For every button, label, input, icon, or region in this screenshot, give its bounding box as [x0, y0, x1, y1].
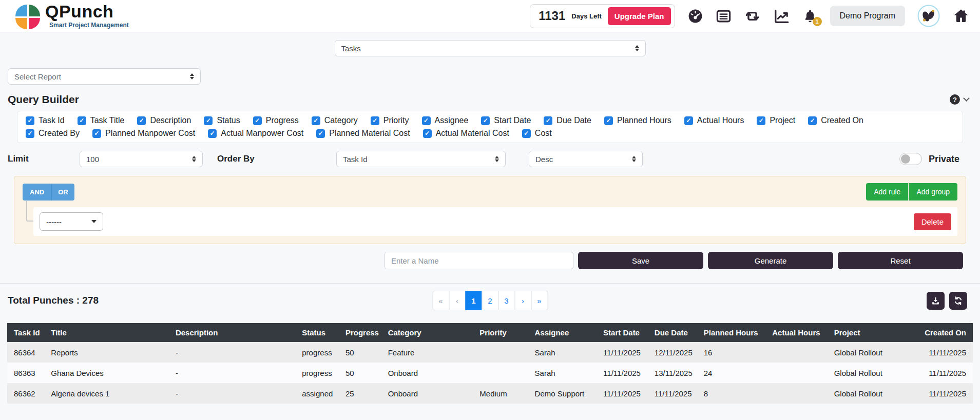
field-checkbox-start-date[interactable]: ✓Start Date	[481, 116, 531, 125]
repeat-icon[interactable]	[744, 8, 761, 25]
field-checkbox-label: Actual Manpower Cost	[221, 129, 303, 138]
logo-quadrant-icon	[15, 5, 40, 29]
checkbox-checked-icon[interactable]: ✓	[684, 116, 693, 125]
cell-created-on: 11/11/2025	[910, 342, 973, 363]
checkbox-checked-icon[interactable]: ✓	[92, 129, 101, 138]
field-checkbox-project[interactable]: ✓Project	[757, 116, 795, 125]
private-toggle[interactable]	[899, 153, 922, 165]
cell-created-on: 11/11/2025	[910, 383, 973, 404]
limit-select[interactable]: 100	[80, 151, 203, 167]
cell-assignee: Demo Support	[530, 383, 599, 404]
cell-status: progress	[297, 363, 340, 383]
field-checkbox-created-by[interactable]: ✓Created By	[26, 129, 80, 138]
download-icon[interactable]	[927, 292, 945, 310]
field-checkbox-planned-material-cost[interactable]: ✓Planned Material Cost	[316, 129, 410, 138]
field-checkbox-assignee[interactable]: ✓Assignee	[422, 116, 469, 125]
checkbox-checked-icon[interactable]: ✓	[481, 116, 490, 125]
refresh-icon[interactable]	[949, 292, 967, 310]
trend-chart-icon[interactable]	[773, 8, 790, 25]
gauge-icon[interactable]	[687, 8, 703, 24]
field-checkbox-planned-manpower-cost[interactable]: ✓Planned Manpower Cost	[92, 129, 195, 138]
select-caret-icon	[190, 73, 194, 79]
field-checkbox-actual-manpower-cost[interactable]: ✓Actual Manpower Cost	[208, 129, 303, 138]
checkbox-checked-icon[interactable]: ✓	[522, 129, 531, 138]
add-rule-button[interactable]: Add rule	[866, 183, 908, 201]
pagination-item-nav-0[interactable]: «	[432, 291, 449, 310]
order-by-field-select[interactable]: Task Id	[336, 151, 506, 167]
or-button[interactable]: OR	[52, 184, 74, 201]
field-checkbox-created-on[interactable]: ✓Created On	[808, 116, 863, 125]
report-select[interactable]: Select Report	[8, 68, 201, 85]
field-checkbox-task-title[interactable]: ✓Task Title	[78, 116, 125, 125]
field-checkbox-planned-hours[interactable]: ✓Planned Hours	[604, 116, 671, 125]
report-name-input[interactable]	[385, 252, 573, 269]
table-row[interactable]: 86362Algeria devices 1-assigned25Onboard…	[7, 383, 973, 404]
checkbox-checked-icon[interactable]: ✓	[137, 116, 146, 125]
checkbox-checked-icon[interactable]: ✓	[808, 116, 817, 125]
fields-row-1: ✓Task Id✓Task Title✓Description✓Status✓P…	[26, 116, 954, 125]
cell-assignee: Sarah	[530, 342, 599, 363]
checkbox-checked-icon[interactable]: ✓	[208, 129, 217, 138]
toggle-knob[interactable]	[901, 154, 910, 164]
and-button[interactable]: AND	[23, 184, 52, 201]
select-caret-icon	[192, 156, 196, 162]
pagination-item-nav-5[interactable]: ›	[514, 291, 531, 310]
chevron-down-icon[interactable]	[963, 95, 970, 102]
list-icon[interactable]	[716, 8, 732, 24]
rule-field-select[interactable]: ------	[40, 212, 103, 231]
cell-task-id: 86362	[7, 383, 46, 404]
field-checkbox-category[interactable]: ✓Category	[312, 116, 358, 125]
entity-select[interactable]: Tasks	[335, 40, 646, 56]
field-checkbox-actual-material-cost[interactable]: ✓Actual Material Cost	[423, 129, 509, 138]
cell-actual-hours	[767, 342, 829, 363]
pagination-item-nav-6[interactable]: »	[531, 291, 548, 310]
field-checkbox-due-date[interactable]: ✓Due Date	[544, 116, 591, 125]
home-icon[interactable]	[952, 7, 970, 25]
field-checkbox-priority[interactable]: ✓Priority	[371, 116, 409, 125]
checkbox-checked-icon[interactable]: ✓	[422, 116, 431, 125]
checkbox-checked-icon[interactable]: ✓	[253, 116, 262, 125]
field-checkbox-actual-hours[interactable]: ✓Actual Hours	[684, 116, 744, 125]
generate-button[interactable]: Generate	[708, 252, 833, 269]
select-caret-icon	[91, 220, 97, 223]
column-header-due-date: Due Date	[649, 323, 699, 342]
pagination-item-2[interactable]: 2	[482, 291, 498, 310]
add-group-button[interactable]: Add group	[909, 183, 957, 201]
field-checkbox-status[interactable]: ✓Status	[204, 116, 240, 125]
table-row[interactable]: 86363Ghana Devices-progress50OnboardSara…	[7, 363, 973, 383]
pagination-item-3[interactable]: 3	[498, 291, 515, 310]
help-icon[interactable]: ?	[950, 94, 960, 105]
checkbox-checked-icon[interactable]: ✓	[423, 129, 432, 138]
upgrade-plan-button[interactable]: Upgrade Plan	[608, 7, 671, 25]
checkbox-checked-icon[interactable]: ✓	[312, 116, 320, 125]
checkbox-checked-icon[interactable]: ✓	[757, 116, 765, 125]
pagination-item-nav-1[interactable]: ‹	[449, 291, 466, 310]
cell-planned-hours: 16	[699, 342, 767, 363]
checkbox-checked-icon[interactable]: ✓	[316, 129, 325, 138]
total-punches-label: Total Punches : 278	[8, 295, 99, 306]
help-collapse-control[interactable]: ?	[950, 94, 969, 105]
save-button[interactable]: Save	[578, 252, 703, 269]
app-logo[interactable]: QPunch Smart Project Management	[15, 3, 129, 29]
checkbox-checked-icon[interactable]: ✓	[544, 116, 552, 125]
field-checkbox-cost[interactable]: ✓Cost	[522, 129, 552, 138]
field-checkbox-description[interactable]: ✓Description	[137, 116, 191, 125]
avatar[interactable]	[917, 5, 940, 27]
checkbox-checked-icon[interactable]: ✓	[26, 129, 34, 138]
checkbox-checked-icon[interactable]: ✓	[204, 116, 213, 125]
delete-rule-button[interactable]: Delete	[914, 213, 951, 230]
cell-project: Global Rollout	[829, 383, 910, 404]
order-direction-select[interactable]: Desc	[529, 151, 643, 167]
field-checkbox-progress[interactable]: ✓Progress	[253, 116, 299, 125]
checkbox-checked-icon[interactable]: ✓	[371, 116, 379, 125]
table-row[interactable]: 86364Reports-progress50FeatureSarah11/11…	[7, 342, 973, 363]
checkbox-checked-icon[interactable]: ✓	[78, 116, 86, 125]
checkbox-checked-icon[interactable]: ✓	[26, 116, 34, 125]
program-selector-button[interactable]: Demo Program	[830, 6, 905, 26]
pagination-item-1[interactable]: 1	[465, 291, 482, 310]
field-checkbox-task-id[interactable]: ✓Task Id	[26, 116, 65, 125]
days-left-value: 1131	[539, 9, 565, 23]
checkbox-checked-icon[interactable]: ✓	[604, 116, 613, 125]
query-builder-title: Query Builder	[8, 93, 79, 106]
reset-button[interactable]: Reset	[838, 252, 963, 269]
